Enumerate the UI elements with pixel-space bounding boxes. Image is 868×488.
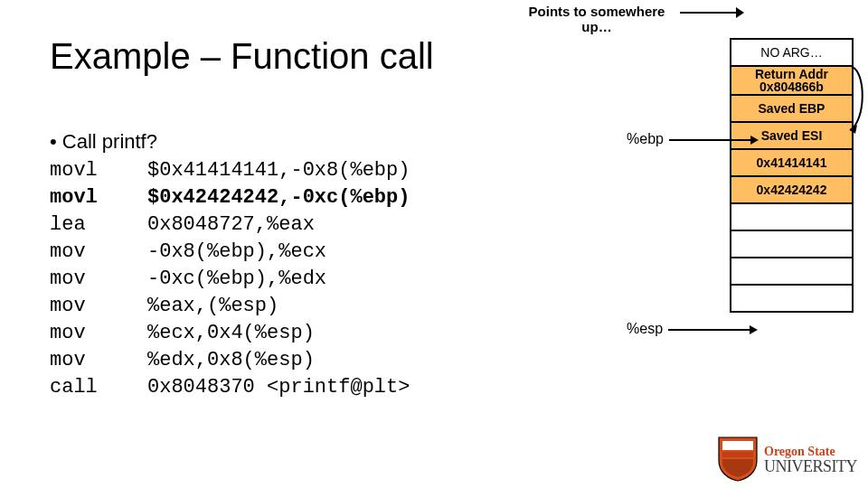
bullet-call-printf: • Call printf?	[50, 130, 157, 154]
pointer-esp-label: %esp	[627, 321, 663, 337]
pointer-ebp: %ebp	[627, 131, 759, 147]
asm-operands: $0x42424242,-0xc(%ebp)	[147, 186, 410, 209]
stack-cell: NO ARG…	[731, 40, 852, 65]
asm-mnemonic: movl	[50, 184, 147, 211]
asm-line: mov%eax,(%esp)	[50, 293, 410, 320]
asm-code-block: movl$0x41414141,-0x8(%ebp)movl$0x4242424…	[50, 157, 410, 401]
asm-line: lea0x8048727,%eax	[50, 211, 410, 239]
stack-cell	[731, 257, 852, 284]
asm-line: call0x8048370 <printf@plt>	[50, 374, 410, 401]
stack-cell: Saved EBP	[731, 94, 852, 121]
stack-cell	[731, 284, 852, 311]
asm-mnemonic: mov	[50, 239, 147, 266]
asm-mnemonic: call	[50, 374, 147, 401]
asm-operands: -0x8(%ebp),%ecx	[147, 240, 326, 263]
asm-operands: -0xc(%ebp),%edx	[147, 267, 326, 290]
logo-text-bottom: UNIVERSITY	[764, 459, 857, 474]
asm-operands: 0x8048727,%eax	[147, 213, 315, 236]
asm-operands: %ecx,0x4(%esp)	[147, 322, 315, 344]
asm-operands: %edx,0x8(%esp)	[147, 349, 315, 371]
stack-cell	[731, 230, 852, 257]
asm-operands: 0x8048370 <printf@plt>	[147, 376, 410, 399]
asm-operands: %eax,(%esp)	[147, 295, 278, 317]
pointer-ebp-label: %ebp	[627, 131, 664, 147]
stack-cell: Return Addr0x804866b	[731, 65, 852, 94]
svg-rect-2	[722, 452, 753, 457]
asm-line: mov-0x8(%ebp),%ecx	[50, 239, 410, 266]
asm-line: movl$0x42424242,-0xc(%ebp)	[50, 184, 410, 211]
asm-mnemonic: mov	[50, 293, 147, 320]
asm-mnemonic: mov	[50, 266, 147, 293]
pointer-esp: %esp	[627, 321, 758, 337]
arrow-head-icon	[750, 136, 759, 145]
caption-points-up: Points to somewhere up…	[515, 4, 678, 34]
asm-line: mov%ecx,0x4(%esp)	[50, 320, 410, 347]
asm-operands: $0x41414141,-0x8(%ebp)	[147, 159, 410, 182]
osu-logo: Oregon State UNIVERSITY	[717, 436, 857, 483]
curved-arrow	[848, 67, 866, 153]
caption-arrow-head	[736, 7, 744, 18]
shield-icon	[717, 436, 759, 483]
asm-mnemonic: movl	[50, 157, 147, 184]
page-title: Example – Function call	[50, 36, 434, 77]
stack-cell: 0x42424242	[731, 175, 852, 202]
asm-mnemonic: mov	[50, 347, 147, 374]
asm-line: mov-0xc(%ebp),%edx	[50, 266, 410, 293]
asm-line: mov%edx,0x8(%esp)	[50, 347, 410, 374]
stack-cell: 0x41414141	[731, 148, 852, 175]
stack-diagram: NO ARG…Return Addr0x804866bSaved EBPSave…	[730, 38, 854, 313]
stack-cell	[731, 202, 852, 230]
arrow-line	[669, 139, 750, 141]
asm-mnemonic: mov	[50, 320, 147, 347]
svg-rect-1	[722, 441, 753, 450]
arrow-line	[668, 329, 750, 331]
caption-arrow-line	[680, 12, 740, 14]
asm-mnemonic: lea	[50, 211, 147, 239]
arrow-head-icon	[750, 325, 758, 334]
asm-line: movl$0x41414141,-0x8(%ebp)	[50, 157, 410, 184]
